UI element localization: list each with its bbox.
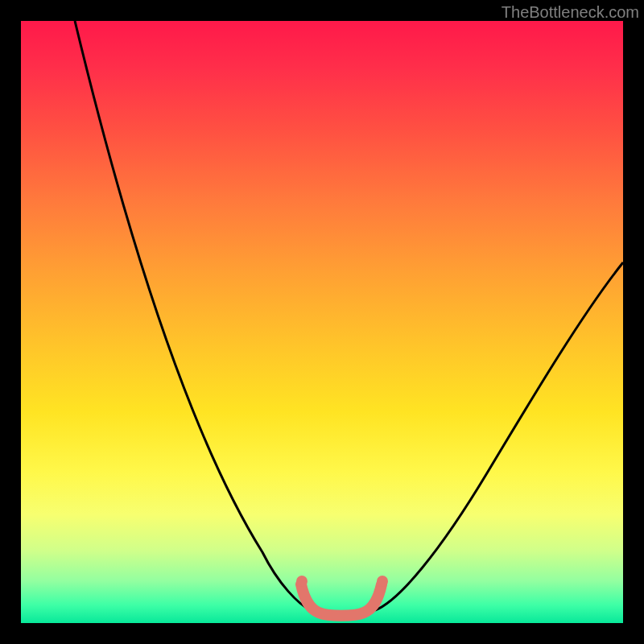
marker-hook: [301, 584, 382, 616]
curves-layer: [21, 21, 623, 623]
plot-area: [21, 21, 623, 623]
attribution-text: TheBottleneck.com: [502, 3, 639, 22]
curve-right: [375, 262, 623, 610]
chart-frame: TheBottleneck.com: [0, 0, 644, 644]
curve-left: [75, 21, 311, 610]
marker-dot-left: [296, 576, 308, 587]
marker-dot-right: [377, 576, 388, 587]
